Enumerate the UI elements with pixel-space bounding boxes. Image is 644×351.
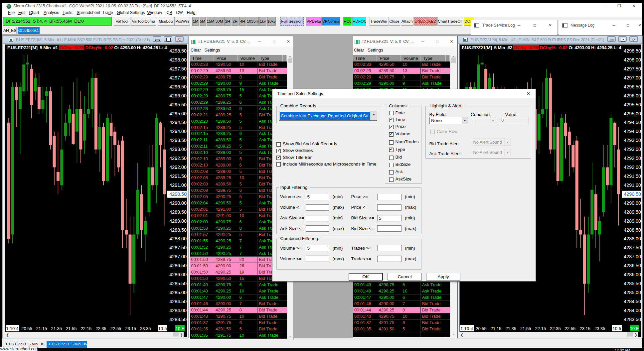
svg-text:22:35: 22:35: [550, 326, 561, 331]
svg-text:4297.50: 4297.50: [169, 66, 187, 71]
svg-text:4297.00: 4297.00: [624, 75, 641, 80]
svg-text:4284.50: 4284.50: [624, 299, 641, 304]
svg-text:4289.00: 4289.00: [169, 218, 187, 224]
svg-text:4298.00: 4298.00: [624, 57, 641, 62]
svg-text:4295.00: 4295.00: [169, 111, 187, 116]
svg-text:4293.00: 4293.00: [169, 147, 187, 152]
svg-text:21:15: 21:15: [36, 326, 47, 331]
svg-text:22:35: 22:35: [95, 326, 106, 331]
svg-text:4284.00: 4284.00: [169, 308, 187, 313]
svg-text:4286.50: 4286.50: [169, 263, 187, 268]
svg-text:22:55: 22:55: [565, 326, 576, 331]
svg-text:4289.50: 4289.50: [169, 209, 187, 215]
svg-text:10-5: 10-5: [612, 326, 621, 331]
svg-text:21:55: 21:55: [66, 326, 77, 331]
svg-text:10 E: 10 E: [176, 326, 185, 331]
svg-text:4297.50: 4297.50: [624, 66, 641, 71]
svg-text:4290.00: 4290.00: [169, 200, 187, 206]
svg-text:22:55: 22:55: [110, 326, 121, 331]
svg-text:4285.50: 4285.50: [169, 281, 187, 286]
svg-text:4287.50: 4287.50: [169, 245, 187, 250]
svg-text:4292.50: 4292.50: [169, 156, 187, 161]
svg-text:❮: ❮: [6, 333, 9, 337]
svg-text:23:35: 23:35: [140, 326, 151, 331]
svg-text:22:15: 22:15: [535, 326, 546, 331]
svg-text:❯: ❯: [634, 333, 637, 337]
svg-text:4291.00: 4291.00: [624, 182, 641, 188]
svg-text:4290.00: 4290.00: [624, 200, 641, 206]
svg-text:4284.00: 4284.00: [624, 308, 641, 313]
svg-text:4296.50: 4296.50: [624, 84, 641, 89]
svg-text:1-10-4: 1-10-4: [6, 326, 19, 331]
svg-text:4286.00: 4286.00: [624, 272, 641, 277]
svg-text:4292.50: 4292.50: [624, 156, 641, 161]
svg-text:23:15: 23:15: [579, 326, 590, 331]
svg-text:4289.00: 4289.00: [624, 218, 641, 224]
svg-text:20:55: 20:55: [476, 326, 487, 331]
svg-text:4284.50: 4284.50: [169, 299, 187, 304]
svg-text:4285.00: 4285.00: [169, 290, 187, 295]
svg-text:4291.50: 4291.50: [169, 174, 187, 179]
svg-text:4285.00: 4285.00: [624, 290, 641, 295]
svg-text:4297.00: 4297.00: [169, 75, 187, 80]
svg-text:4292.00: 4292.00: [169, 165, 187, 170]
svg-text:4295.00: 4295.00: [624, 111, 641, 116]
svg-text:21:55: 21:55: [520, 326, 531, 331]
svg-text:4293.00: 4293.00: [624, 147, 641, 152]
svg-text:23:15: 23:15: [125, 326, 136, 331]
svg-text:❮: ❮: [460, 333, 463, 337]
svg-text:4290.50: 4290.50: [624, 191, 641, 197]
svg-text:4286.50: 4286.50: [624, 263, 641, 268]
svg-text:4292.00: 4292.00: [624, 165, 641, 170]
svg-text:21:35: 21:35: [505, 326, 516, 331]
svg-text:4293.50: 4293.50: [624, 138, 641, 143]
svg-text:10 E: 10 E: [630, 326, 639, 331]
svg-text:1-10-4: 1-10-4: [460, 326, 473, 331]
svg-text:4296.50: 4296.50: [169, 84, 187, 89]
svg-text:4294.50: 4294.50: [624, 120, 641, 125]
svg-text:21:35: 21:35: [51, 326, 62, 331]
svg-text:21:15: 21:15: [491, 326, 502, 331]
svg-text:4294.00: 4294.00: [169, 129, 187, 134]
svg-text:4295.50: 4295.50: [169, 102, 187, 107]
svg-text:❯: ❯: [180, 333, 183, 337]
svg-text:4298.50: 4298.50: [624, 48, 641, 54]
svg-text:4289.50: 4289.50: [624, 209, 641, 215]
svg-text:4286.00: 4286.00: [169, 272, 187, 277]
svg-text:4293.50: 4293.50: [169, 138, 187, 143]
svg-text:4296.00: 4296.00: [169, 93, 187, 98]
svg-text:10-5: 10-5: [158, 326, 167, 331]
svg-text:4291.00: 4291.00: [169, 182, 187, 188]
svg-text:4283.50: 4283.50: [169, 317, 187, 322]
svg-text:23:35: 23:35: [594, 326, 605, 331]
svg-text:4296.00: 4296.00: [624, 93, 641, 98]
svg-text:4294.00: 4294.00: [624, 129, 641, 134]
svg-text:4298.00: 4298.00: [169, 57, 187, 62]
svg-text:4294.50: 4294.50: [169, 120, 187, 125]
svg-text:4287.50: 4287.50: [624, 245, 641, 250]
svg-text:4288.00: 4288.00: [169, 236, 187, 241]
svg-text:4288.00: 4288.00: [624, 236, 641, 241]
svg-text:4287.00: 4287.00: [169, 254, 187, 259]
svg-text:4283.50: 4283.50: [624, 317, 641, 322]
svg-text:4285.50: 4285.50: [624, 281, 641, 286]
svg-text:4298.50: 4298.50: [169, 48, 187, 54]
svg-text:4295.50: 4295.50: [624, 102, 641, 107]
svg-text:4288.50: 4288.50: [169, 227, 187, 233]
svg-text:4290.50: 4290.50: [169, 191, 187, 197]
svg-text:4287.00: 4287.00: [624, 254, 641, 259]
svg-text:20:55: 20:55: [21, 326, 32, 331]
svg-text:22:15: 22:15: [81, 326, 92, 331]
svg-text:4288.50: 4288.50: [624, 227, 641, 233]
svg-text:4291.50: 4291.50: [624, 174, 641, 179]
